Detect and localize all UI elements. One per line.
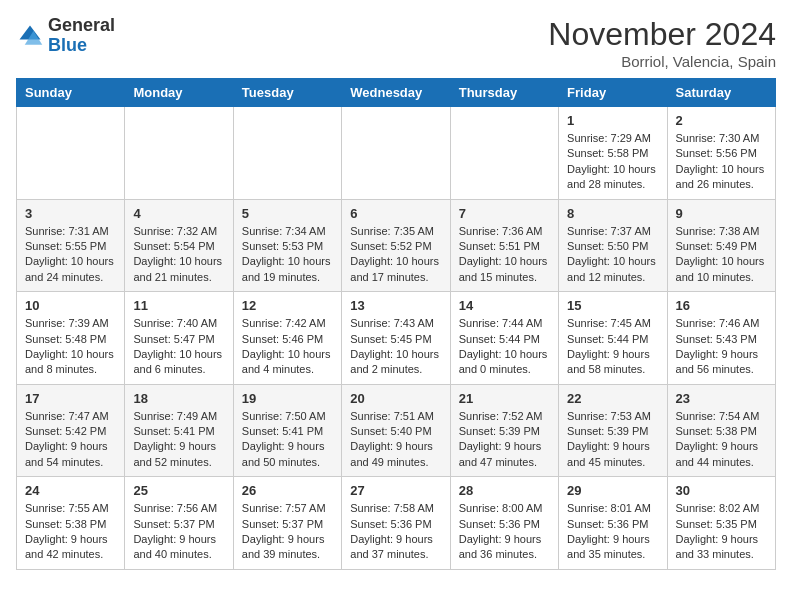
calendar-day-5: 5Sunrise: 7:34 AM Sunset: 5:53 PM Daylig…	[233, 199, 341, 292]
day-info: Sunrise: 7:30 AM Sunset: 5:56 PM Dayligh…	[676, 131, 767, 193]
day-number: 20	[350, 391, 441, 406]
calendar-day-1: 1Sunrise: 7:29 AM Sunset: 5:58 PM Daylig…	[559, 107, 667, 200]
day-number: 24	[25, 483, 116, 498]
calendar-day-9: 9Sunrise: 7:38 AM Sunset: 5:49 PM Daylig…	[667, 199, 775, 292]
calendar-day-27: 27Sunrise: 7:58 AM Sunset: 5:36 PM Dayli…	[342, 477, 450, 570]
calendar-day-6: 6Sunrise: 7:35 AM Sunset: 5:52 PM Daylig…	[342, 199, 450, 292]
day-info: Sunrise: 7:40 AM Sunset: 5:47 PM Dayligh…	[133, 316, 224, 378]
day-info: Sunrise: 7:49 AM Sunset: 5:41 PM Dayligh…	[133, 409, 224, 471]
location: Borriol, Valencia, Spain	[548, 53, 776, 70]
calendar-day-14: 14Sunrise: 7:44 AM Sunset: 5:44 PM Dayli…	[450, 292, 558, 385]
calendar-day-8: 8Sunrise: 7:37 AM Sunset: 5:50 PM Daylig…	[559, 199, 667, 292]
day-info: Sunrise: 8:02 AM Sunset: 5:35 PM Dayligh…	[676, 501, 767, 563]
weekday-header-row: SundayMondayTuesdayWednesdayThursdayFrid…	[17, 79, 776, 107]
calendar-day-7: 7Sunrise: 7:36 AM Sunset: 5:51 PM Daylig…	[450, 199, 558, 292]
calendar-day-2: 2Sunrise: 7:30 AM Sunset: 5:56 PM Daylig…	[667, 107, 775, 200]
day-number: 17	[25, 391, 116, 406]
calendar-day-11: 11Sunrise: 7:40 AM Sunset: 5:47 PM Dayli…	[125, 292, 233, 385]
day-number: 5	[242, 206, 333, 221]
day-info: Sunrise: 7:51 AM Sunset: 5:40 PM Dayligh…	[350, 409, 441, 471]
day-number: 15	[567, 298, 658, 313]
day-info: Sunrise: 7:31 AM Sunset: 5:55 PM Dayligh…	[25, 224, 116, 286]
day-number: 26	[242, 483, 333, 498]
calendar-day-17: 17Sunrise: 7:47 AM Sunset: 5:42 PM Dayli…	[17, 384, 125, 477]
day-number: 4	[133, 206, 224, 221]
calendar-empty	[342, 107, 450, 200]
weekday-header-sunday: Sunday	[17, 79, 125, 107]
calendar-day-18: 18Sunrise: 7:49 AM Sunset: 5:41 PM Dayli…	[125, 384, 233, 477]
calendar-week-row: 17Sunrise: 7:47 AM Sunset: 5:42 PM Dayli…	[17, 384, 776, 477]
calendar-week-row: 24Sunrise: 7:55 AM Sunset: 5:38 PM Dayli…	[17, 477, 776, 570]
logo-text: General Blue	[48, 16, 115, 56]
calendar-day-19: 19Sunrise: 7:50 AM Sunset: 5:41 PM Dayli…	[233, 384, 341, 477]
day-info: Sunrise: 7:55 AM Sunset: 5:38 PM Dayligh…	[25, 501, 116, 563]
calendar-table: SundayMondayTuesdayWednesdayThursdayFrid…	[16, 78, 776, 570]
weekday-header-tuesday: Tuesday	[233, 79, 341, 107]
calendar-day-24: 24Sunrise: 7:55 AM Sunset: 5:38 PM Dayli…	[17, 477, 125, 570]
weekday-header-monday: Monday	[125, 79, 233, 107]
calendar-empty	[233, 107, 341, 200]
month-title: November 2024	[548, 16, 776, 53]
day-info: Sunrise: 7:57 AM Sunset: 5:37 PM Dayligh…	[242, 501, 333, 563]
calendar-day-30: 30Sunrise: 8:02 AM Sunset: 5:35 PM Dayli…	[667, 477, 775, 570]
day-info: Sunrise: 7:35 AM Sunset: 5:52 PM Dayligh…	[350, 224, 441, 286]
calendar-day-12: 12Sunrise: 7:42 AM Sunset: 5:46 PM Dayli…	[233, 292, 341, 385]
calendar-day-22: 22Sunrise: 7:53 AM Sunset: 5:39 PM Dayli…	[559, 384, 667, 477]
day-info: Sunrise: 7:37 AM Sunset: 5:50 PM Dayligh…	[567, 224, 658, 286]
day-number: 2	[676, 113, 767, 128]
calendar-day-13: 13Sunrise: 7:43 AM Sunset: 5:45 PM Dayli…	[342, 292, 450, 385]
day-number: 6	[350, 206, 441, 221]
day-info: Sunrise: 8:01 AM Sunset: 5:36 PM Dayligh…	[567, 501, 658, 563]
day-info: Sunrise: 7:56 AM Sunset: 5:37 PM Dayligh…	[133, 501, 224, 563]
day-number: 28	[459, 483, 550, 498]
calendar-day-28: 28Sunrise: 8:00 AM Sunset: 5:36 PM Dayli…	[450, 477, 558, 570]
weekday-header-saturday: Saturday	[667, 79, 775, 107]
day-number: 21	[459, 391, 550, 406]
calendar-week-row: 1Sunrise: 7:29 AM Sunset: 5:58 PM Daylig…	[17, 107, 776, 200]
day-number: 16	[676, 298, 767, 313]
calendar-day-29: 29Sunrise: 8:01 AM Sunset: 5:36 PM Dayli…	[559, 477, 667, 570]
logo-icon	[16, 22, 44, 50]
day-info: Sunrise: 7:32 AM Sunset: 5:54 PM Dayligh…	[133, 224, 224, 286]
calendar-day-26: 26Sunrise: 7:57 AM Sunset: 5:37 PM Dayli…	[233, 477, 341, 570]
day-number: 27	[350, 483, 441, 498]
calendar-day-10: 10Sunrise: 7:39 AM Sunset: 5:48 PM Dayli…	[17, 292, 125, 385]
day-info: Sunrise: 7:42 AM Sunset: 5:46 PM Dayligh…	[242, 316, 333, 378]
calendar-day-20: 20Sunrise: 7:51 AM Sunset: 5:40 PM Dayli…	[342, 384, 450, 477]
day-info: Sunrise: 7:53 AM Sunset: 5:39 PM Dayligh…	[567, 409, 658, 471]
weekday-header-wednesday: Wednesday	[342, 79, 450, 107]
day-number: 1	[567, 113, 658, 128]
day-info: Sunrise: 7:36 AM Sunset: 5:51 PM Dayligh…	[459, 224, 550, 286]
day-number: 14	[459, 298, 550, 313]
day-number: 7	[459, 206, 550, 221]
day-number: 25	[133, 483, 224, 498]
calendar-day-21: 21Sunrise: 7:52 AM Sunset: 5:39 PM Dayli…	[450, 384, 558, 477]
calendar-day-23: 23Sunrise: 7:54 AM Sunset: 5:38 PM Dayli…	[667, 384, 775, 477]
day-info: Sunrise: 7:47 AM Sunset: 5:42 PM Dayligh…	[25, 409, 116, 471]
calendar-empty	[450, 107, 558, 200]
weekday-header-friday: Friday	[559, 79, 667, 107]
logo: General Blue	[16, 16, 115, 56]
day-info: Sunrise: 7:52 AM Sunset: 5:39 PM Dayligh…	[459, 409, 550, 471]
calendar-day-16: 16Sunrise: 7:46 AM Sunset: 5:43 PM Dayli…	[667, 292, 775, 385]
calendar-day-4: 4Sunrise: 7:32 AM Sunset: 5:54 PM Daylig…	[125, 199, 233, 292]
day-info: Sunrise: 8:00 AM Sunset: 5:36 PM Dayligh…	[459, 501, 550, 563]
day-info: Sunrise: 7:29 AM Sunset: 5:58 PM Dayligh…	[567, 131, 658, 193]
day-number: 10	[25, 298, 116, 313]
day-info: Sunrise: 7:44 AM Sunset: 5:44 PM Dayligh…	[459, 316, 550, 378]
calendar-empty	[17, 107, 125, 200]
day-info: Sunrise: 7:58 AM Sunset: 5:36 PM Dayligh…	[350, 501, 441, 563]
calendar-day-3: 3Sunrise: 7:31 AM Sunset: 5:55 PM Daylig…	[17, 199, 125, 292]
day-number: 12	[242, 298, 333, 313]
weekday-header-thursday: Thursday	[450, 79, 558, 107]
day-number: 3	[25, 206, 116, 221]
day-number: 11	[133, 298, 224, 313]
day-number: 8	[567, 206, 658, 221]
day-number: 13	[350, 298, 441, 313]
calendar-day-25: 25Sunrise: 7:56 AM Sunset: 5:37 PM Dayli…	[125, 477, 233, 570]
day-number: 18	[133, 391, 224, 406]
day-info: Sunrise: 7:45 AM Sunset: 5:44 PM Dayligh…	[567, 316, 658, 378]
day-number: 29	[567, 483, 658, 498]
day-number: 23	[676, 391, 767, 406]
calendar-empty	[125, 107, 233, 200]
